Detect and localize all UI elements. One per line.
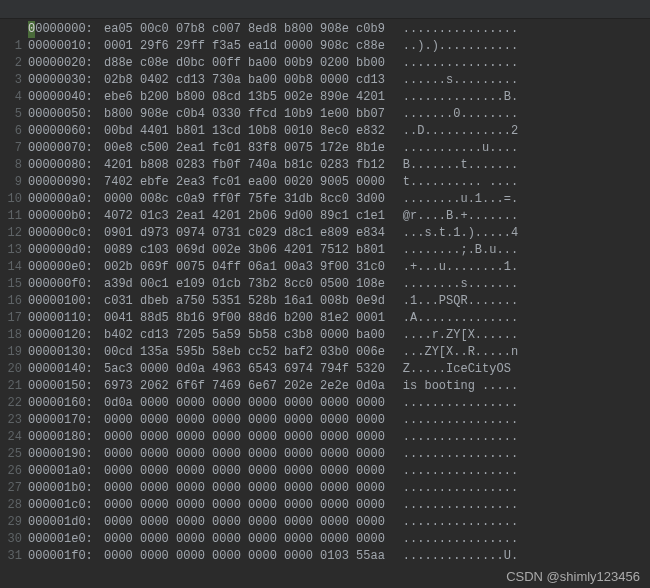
ascii-column[interactable]: ..).)........... <box>385 38 518 55</box>
hex-row[interactable]: 2000000140: 5ac3 0000 0d0a 4963 6543 697… <box>0 361 650 378</box>
ascii-column[interactable]: @r....B.+....... <box>385 208 518 225</box>
hex-row[interactable]: 15000000f0: a39d 00c1 e109 01cb 73b2 8cc… <box>0 276 650 293</box>
hex-bytes[interactable]: 02b8 0402 cd13 730a ba00 00b8 0000 cd13 <box>93 72 385 89</box>
hex-bytes[interactable]: 0000 0000 0000 0000 0000 0000 0000 0000 <box>93 497 385 514</box>
hex-row[interactable]: 200000020: d88e c08e d0bc 00ff ba00 00b9… <box>0 55 650 72</box>
ascii-column[interactable]: ..............B. <box>385 89 518 106</box>
hex-bytes[interactable]: 4201 b808 0283 fb0f 740a b81c 0283 fb12 <box>93 157 385 174</box>
ascii-column[interactable]: ................ <box>385 429 518 446</box>
hex-row[interactable]: 500000050: b800 908e c0b4 0330 ffcd 10b9… <box>0 106 650 123</box>
hex-bytes[interactable]: 00e8 c500 2ea1 fc01 83f8 0075 172e 8b1e <box>93 140 385 157</box>
hex-bytes[interactable]: ebe6 b200 b800 08cd 13b5 002e 890e 4201 <box>93 89 385 106</box>
ascii-column[interactable]: ................ <box>385 55 518 72</box>
hex-bytes[interactable]: 0041 88d5 8b16 9f00 88d6 b200 81e2 0001 <box>93 310 385 327</box>
ascii-column[interactable]: .1...PSQR....... <box>385 293 518 310</box>
hex-row[interactable]: 2400000180: 0000 0000 0000 0000 0000 000… <box>0 429 650 446</box>
hex-bytes[interactable]: b800 908e c0b4 0330 ffcd 10b9 1e00 bb07 <box>93 106 385 123</box>
hex-bytes[interactable]: c031 dbeb a750 5351 528b 16a1 008b 0e9d <box>93 293 385 310</box>
ascii-column[interactable]: ................ <box>385 395 518 412</box>
ascii-column[interactable]: ...s.t.1.).....4 <box>385 225 518 242</box>
ascii-column[interactable]: ................ <box>385 497 518 514</box>
hex-row[interactable]: 29000001d0: 0000 0000 0000 0000 0000 000… <box>0 514 650 531</box>
ascii-column[interactable]: ........u.1...=. <box>385 191 518 208</box>
ascii-column[interactable]: ..D............2 <box>385 123 518 140</box>
ascii-column[interactable]: ................ <box>385 21 518 38</box>
ascii-column[interactable]: ...........u.... <box>385 140 518 157</box>
hex-bytes[interactable]: a39d 00c1 e109 01cb 73b2 8cc0 0500 108e <box>93 276 385 293</box>
ascii-column[interactable]: Z.....IceCityOS <box>385 361 518 378</box>
hex-row[interactable]: 27000001b0: 0000 0000 0000 0000 0000 000… <box>0 480 650 497</box>
hex-bytes[interactable]: 00bd 4401 b801 13cd 10b8 0010 8ec0 e832 <box>93 123 385 140</box>
hex-row[interactable]: 31000001f0: 0000 0000 0000 0000 0000 000… <box>0 548 650 565</box>
hex-bytes[interactable]: ea05 00c0 07b8 c007 8ed8 b800 908e c0b9 <box>93 21 385 38</box>
hex-bytes[interactable]: 0000 0000 0000 0000 0000 0000 0000 0000 <box>93 429 385 446</box>
hex-row[interactable]: 2100000150: 6973 2062 6f6f 7469 6e67 202… <box>0 378 650 395</box>
hex-row[interactable]: 12000000c0: 0901 d973 0974 0731 c029 d8c… <box>0 225 650 242</box>
hex-bytes[interactable]: 7402 ebfe 2ea3 fc01 ea00 0020 9005 0000 <box>93 174 385 191</box>
ascii-column[interactable]: .A.............. <box>385 310 518 327</box>
hex-row[interactable]: 800000080: 4201 b808 0283 fb0f 740a b81c… <box>0 157 650 174</box>
ascii-column[interactable]: B.......t....... <box>385 157 518 174</box>
hex-bytes[interactable]: 0089 c103 069d 002e 3b06 4201 7512 b801 <box>93 242 385 259</box>
hex-row[interactable]: 13000000d0: 0089 c103 069d 002e 3b06 420… <box>0 242 650 259</box>
hex-row[interactable]: 600000060: 00bd 4401 b801 13cd 10b8 0010… <box>0 123 650 140</box>
hex-bytes[interactable]: 002b 069f 0075 04ff 06a1 00a3 9f00 31c0 <box>93 259 385 276</box>
ascii-column[interactable]: ......s......... <box>385 72 518 89</box>
ascii-column[interactable]: ................ <box>385 412 518 429</box>
hex-bytes[interactable]: 4072 01c3 2ea1 4201 2b06 9d00 89c1 c1e1 <box>93 208 385 225</box>
hex-row[interactable]: 100000010: 0001 29f6 29ff f3a5 ea1d 0000… <box>0 38 650 55</box>
ascii-column[interactable]: ..............U. <box>385 548 518 565</box>
hex-row[interactable]: 1800000120: b402 cd13 7205 5a59 5b58 c3b… <box>0 327 650 344</box>
ascii-column[interactable]: t.......... .... <box>385 174 518 191</box>
hex-bytes[interactable]: 0000 0000 0000 0000 0000 0000 0000 0000 <box>93 446 385 463</box>
hex-row[interactable]: 2300000170: 0000 0000 0000 0000 0000 000… <box>0 412 650 429</box>
hex-row[interactable]: 2200000160: 0d0a 0000 0000 0000 0000 000… <box>0 395 650 412</box>
hex-bytes[interactable]: 0901 d973 0974 0731 c029 d8c1 e809 e834 <box>93 225 385 242</box>
hex-row[interactable]: 00000000: ea05 00c0 07b8 c007 8ed8 b800 … <box>0 21 650 38</box>
hex-row[interactable]: 1900000130: 00cd 135a 595b 58eb cc52 baf… <box>0 344 650 361</box>
hex-row[interactable]: 10000000a0: 0000 008c c0a9 ff0f 75fe 31d… <box>0 191 650 208</box>
ascii-column[interactable]: ........;.B.u... <box>385 242 518 259</box>
tab-bar[interactable] <box>0 0 650 19</box>
hex-bytes[interactable]: 0000 0000 0000 0000 0000 0000 0000 0000 <box>93 531 385 548</box>
hex-editor-content[interactable]: 00000000: ea05 00c0 07b8 c007 8ed8 b800 … <box>0 19 650 565</box>
ascii-column[interactable]: ................ <box>385 446 518 463</box>
ascii-column[interactable]: .+...u........1. <box>385 259 518 276</box>
hex-row[interactable]: 300000030: 02b8 0402 cd13 730a ba00 00b8… <box>0 72 650 89</box>
ascii-column[interactable]: ........s....... <box>385 276 518 293</box>
hex-bytes[interactable]: 0000 0000 0000 0000 0000 0000 0000 0000 <box>93 412 385 429</box>
hex-row[interactable]: 26000001a0: 0000 0000 0000 0000 0000 000… <box>0 463 650 480</box>
hex-bytes[interactable]: 0000 0000 0000 0000 0000 0000 0000 0000 <box>93 480 385 497</box>
ascii-column[interactable]: is booting ..... <box>385 378 518 395</box>
hex-bytes[interactable]: 5ac3 0000 0d0a 4963 6543 6974 794f 5320 <box>93 361 385 378</box>
hex-bytes[interactable]: 0000 008c c0a9 ff0f 75fe 31db 8cc0 3d00 <box>93 191 385 208</box>
hex-bytes[interactable]: 0000 0000 0000 0000 0000 0000 0000 0000 <box>93 514 385 531</box>
hex-row[interactable]: 900000090: 7402 ebfe 2ea3 fc01 ea00 0020… <box>0 174 650 191</box>
hex-row[interactable]: 2500000190: 0000 0000 0000 0000 0000 000… <box>0 446 650 463</box>
hex-row[interactable]: 30000001e0: 0000 0000 0000 0000 0000 000… <box>0 531 650 548</box>
hex-bytes[interactable]: d88e c08e d0bc 00ff ba00 00b9 0200 bb00 <box>93 55 385 72</box>
hex-row[interactable]: 28000001c0: 0000 0000 0000 0000 0000 000… <box>0 497 650 514</box>
ascii-column[interactable]: ...ZY[X..R.....n <box>385 344 518 361</box>
hex-bytes[interactable]: 0001 29f6 29ff f3a5 ea1d 0000 908c c88e <box>93 38 385 55</box>
ascii-column[interactable]: ................ <box>385 514 518 531</box>
hex-row[interactable]: 1700000110: 0041 88d5 8b16 9f00 88d6 b20… <box>0 310 650 327</box>
hex-row[interactable]: 11000000b0: 4072 01c3 2ea1 4201 2b06 9d0… <box>0 208 650 225</box>
hex-bytes[interactable]: 0000 0000 0000 0000 0000 0000 0000 0000 <box>93 463 385 480</box>
hex-row[interactable]: 14000000e0: 002b 069f 0075 04ff 06a1 00a… <box>0 259 650 276</box>
ascii-column[interactable]: ................ <box>385 463 518 480</box>
hex-row[interactable]: 400000040: ebe6 b200 b800 08cd 13b5 002e… <box>0 89 650 106</box>
hex-bytes[interactable]: b402 cd13 7205 5a59 5b58 c3b8 0000 ba00 <box>93 327 385 344</box>
line-number: 10 <box>0 191 28 208</box>
ascii-column[interactable]: ....r.ZY[X...... <box>385 327 518 344</box>
hex-row[interactable]: 1600000100: c031 dbeb a750 5351 528b 16a… <box>0 293 650 310</box>
hex-bytes[interactable]: 0000 0000 0000 0000 0000 0000 0103 55aa <box>93 548 385 565</box>
hex-row[interactable]: 700000070: 00e8 c500 2ea1 fc01 83f8 0075… <box>0 140 650 157</box>
hex-bytes[interactable]: 00cd 135a 595b 58eb cc52 baf2 03b0 006e <box>93 344 385 361</box>
hex-bytes[interactable]: 6973 2062 6f6f 7469 6e67 202e 2e2e 0d0a <box>93 378 385 395</box>
ascii-column[interactable]: .......0........ <box>385 106 518 123</box>
offset: 00000060: <box>28 123 93 140</box>
ascii-column[interactable]: ................ <box>385 531 518 548</box>
ascii-column[interactable]: ................ <box>385 480 518 497</box>
hex-bytes[interactable]: 0d0a 0000 0000 0000 0000 0000 0000 0000 <box>93 395 385 412</box>
